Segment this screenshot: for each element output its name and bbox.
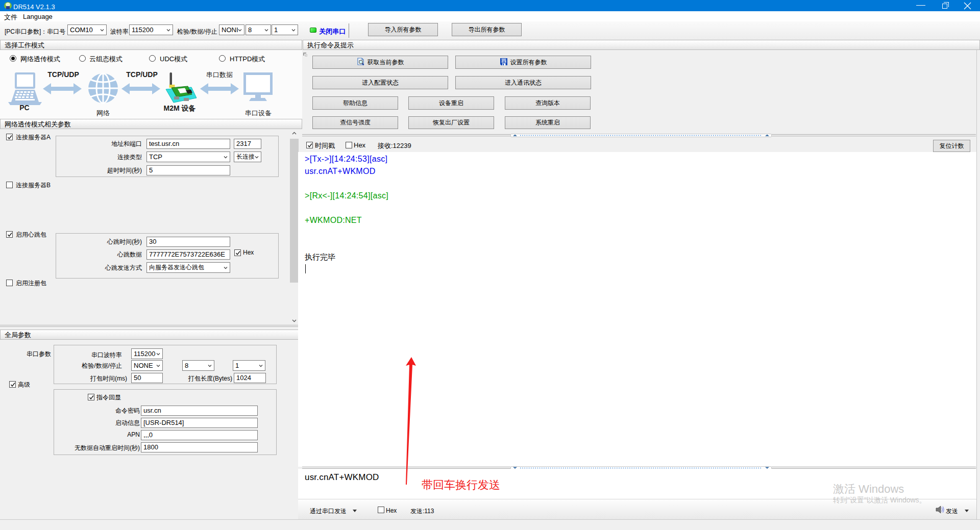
svg-text:带回车换行发送: 带回车换行发送 xyxy=(422,478,500,491)
svg-text:TCP/UDP: TCP/UDP xyxy=(47,70,79,79)
svg-text:TCP/UDP: TCP/UDP xyxy=(126,70,157,79)
svg-text:PC: PC xyxy=(19,104,29,112)
svg-text:串口设备: 串口设备 xyxy=(245,109,272,117)
svg-text:串口数据: 串口数据 xyxy=(206,71,233,79)
svg-text:网络: 网络 xyxy=(96,109,110,117)
svg-text:M2M 设备: M2M 设备 xyxy=(164,104,196,112)
